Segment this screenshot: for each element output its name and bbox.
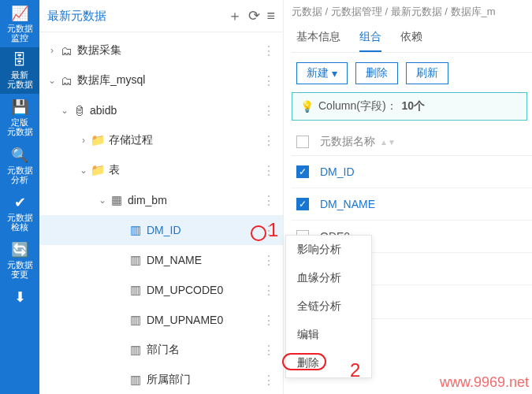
table-row[interactable]: ✓DM_NAME (292, 188, 532, 221)
node-label: 部门名 (147, 343, 259, 357)
tree-row-7[interactable]: ▥DM_NAME⋮ (39, 245, 283, 275)
node-label: 存储过程 (109, 133, 259, 147)
more-icon[interactable]: ⋮ (259, 43, 278, 58)
checkbox[interactable]: ✓ (296, 198, 309, 210)
node-label: 表 (109, 163, 259, 177)
more-icon[interactable]: ⋮ (259, 223, 278, 238)
chevron-icon[interactable]: ⌄ (96, 195, 109, 206)
tree-row-1[interactable]: ⌄🗂数据库_mysql⋮ (39, 65, 283, 95)
node-icon: 📁 (90, 133, 106, 147)
more-icon[interactable]: ⋮ (259, 193, 278, 208)
checkbox-all[interactable] (296, 136, 309, 148)
new-button[interactable]: 新建▾ (296, 62, 348, 84)
tree-row-0[interactable]: ›🗂数据采集⋮ (39, 35, 283, 65)
node-label: 数据采集 (77, 43, 259, 58)
node-label: DM_ID (147, 224, 259, 236)
cell-label: DM_NAME (320, 198, 375, 210)
node-icon: ▥ (128, 373, 143, 387)
tree-row-4[interactable]: ⌄📁表⋮ (39, 155, 283, 185)
node-icon: 🗂 (58, 74, 74, 87)
chevron-icon[interactable]: ⌄ (46, 75, 58, 86)
tab-1[interactable]: 组合 (359, 24, 381, 52)
add-icon[interactable]: ＋ (228, 6, 242, 25)
more-icon[interactable]: ⋮ (259, 253, 278, 268)
chevron-icon[interactable]: ⌄ (58, 105, 71, 116)
navrail-item-6[interactable]: ⬇ (0, 284, 39, 312)
tabs: 基本信息组合依赖 (292, 24, 532, 53)
node-label: DM_UPNAME0 (147, 314, 259, 326)
bulb-icon: 💡 (300, 100, 314, 113)
navrail-item-1[interactable]: 🗄最新元数据 (0, 47, 39, 94)
context-menu: 影响分析血缘分析全链分析编辑删除 (285, 235, 372, 378)
navrail-item-4[interactable]: ✔元数据检核 (0, 189, 39, 236)
ctx-item-0[interactable]: 影响分析 (286, 236, 371, 264)
node-label: dim_bm (128, 194, 259, 206)
more-icon[interactable]: ⋮ (259, 163, 278, 178)
more-icon[interactable]: ⋮ (259, 73, 278, 88)
node-label: DM_UPCODE0 (147, 284, 259, 296)
ctx-item-3[interactable]: 编辑 (286, 321, 371, 349)
navrail-item-0[interactable]: 📈元数据监控 (0, 0, 39, 47)
more-icon[interactable]: ⋮ (259, 283, 278, 298)
tree-row-5[interactable]: ⌄▦dim_bm⋮ (39, 185, 283, 215)
ctx-item-1[interactable]: 血缘分析 (286, 264, 371, 292)
cell-label: DM_ID (320, 165, 355, 178)
table-row[interactable]: ✓DM_ID (292, 156, 532, 188)
navrail-icon: 🔍 (11, 147, 28, 164)
navrail-icon: 💾 (11, 98, 28, 116)
more-icon[interactable]: ⋮ (259, 373, 278, 388)
node-icon: ▥ (128, 343, 143, 357)
tab-0[interactable]: 基本信息 (296, 24, 340, 52)
tree-panel: 最新元数据 ＋ ⟳ ≡ ›🗂数据采集⋮⌄🗂数据库_mysql⋮⌄🛢abidb⋮›… (39, 0, 284, 394)
more-icon[interactable]: ⋮ (259, 133, 278, 148)
tree-row-2[interactable]: ⌄🛢abidb⋮ (39, 95, 283, 125)
toolbar: 新建▾ 删除 刷新 (292, 53, 532, 92)
node-icon: ▥ (128, 313, 143, 327)
node-icon: ▥ (128, 283, 143, 297)
tree-row-10[interactable]: ▥部门名⋮ (39, 335, 283, 365)
tree-row-6[interactable]: ▥DM_ID⋮ (39, 215, 283, 245)
tree: ›🗂数据采集⋮⌄🗂数据库_mysql⋮⌄🛢abidb⋮›📁存储过程⋮⌄📁表⋮⌄▦… (39, 32, 283, 394)
node-label: abidb (90, 104, 259, 117)
chevron-down-icon: ▾ (332, 67, 337, 80)
sort-icon[interactable]: ▲▼ (380, 138, 396, 147)
chevron-icon[interactable]: › (77, 135, 90, 146)
chevron-icon[interactable]: ⌄ (77, 165, 90, 176)
navrail-icon: ⬇ (14, 288, 26, 306)
node-label: DM_NAME (147, 254, 259, 266)
node-icon: 🗂 (58, 44, 74, 58)
tree-row-11[interactable]: ▥所属部门⋮ (39, 365, 283, 394)
refresh-button[interactable]: 刷新 (406, 62, 448, 84)
summary-bar: 💡 Column(字段)：10个 (292, 92, 527, 121)
tree-row-3[interactable]: ›📁存储过程⋮ (39, 125, 283, 155)
menu-icon[interactable]: ≡ (266, 8, 275, 24)
chevron-icon[interactable]: › (46, 45, 58, 56)
more-icon[interactable]: ⋮ (259, 313, 278, 328)
node-label: 数据库_mysql (77, 73, 259, 87)
navrail-item-2[interactable]: 💾定版元数据 (0, 94, 39, 141)
nav-rail: 📈元数据监控🗄最新元数据💾定版元数据🔍元数据分析✔元数据检核🔄元数据变更⬇ (0, 0, 39, 394)
node-label: 所属部门 (147, 373, 259, 387)
ctx-item-4[interactable]: 删除 (286, 349, 371, 377)
node-icon: 📁 (90, 163, 106, 177)
tree-title: 最新元数据 (47, 9, 221, 24)
breadcrumb: 元数据 / 元数据管理 / 最新元数据 / 数据库_m (292, 5, 532, 19)
navrail-item-5[interactable]: 🔄元数据变更 (0, 236, 39, 284)
navrail-item-3[interactable]: 🔍元数据分析 (0, 142, 39, 189)
tree-row-9[interactable]: ▥DM_UPNAME0⋮ (39, 305, 283, 335)
tree-row-8[interactable]: ▥DM_UPCODE0⋮ (39, 275, 283, 305)
tab-2[interactable]: 依赖 (400, 24, 422, 52)
more-icon[interactable]: ⋮ (259, 103, 278, 118)
delete-button[interactable]: 删除 (355, 62, 398, 84)
ctx-item-2[interactable]: 全链分析 (286, 292, 371, 321)
node-icon: ▥ (128, 223, 143, 237)
watermark: www.9969.net (440, 374, 529, 391)
navrail-icon: ✔ (14, 194, 26, 211)
navrail-icon: 📈 (11, 5, 28, 22)
checkbox[interactable]: ✓ (296, 165, 309, 178)
node-icon: ▥ (128, 253, 143, 267)
node-icon: ▦ (109, 193, 125, 207)
refresh-icon[interactable]: ⟳ (248, 7, 260, 24)
more-icon[interactable]: ⋮ (259, 343, 278, 358)
node-icon: 🛢 (71, 104, 87, 117)
